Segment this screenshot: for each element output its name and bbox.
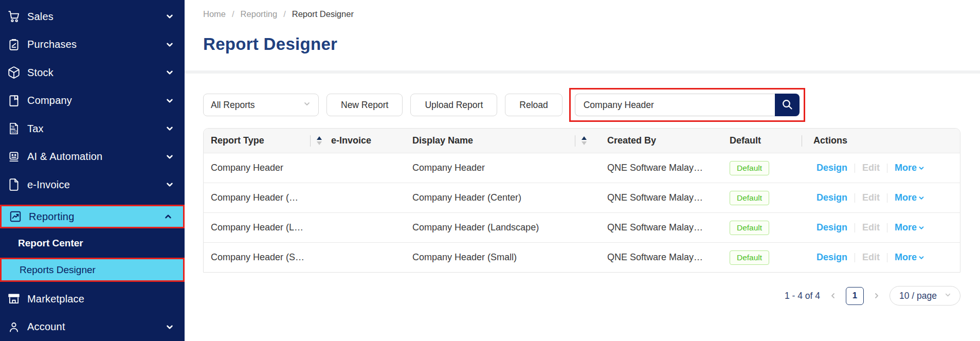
cell-default: Default	[719, 250, 802, 265]
reload-button[interactable]: Reload	[505, 94, 562, 116]
cell-display-name: Company Header	[403, 163, 594, 173]
search-input[interactable]	[575, 94, 775, 116]
cell-actions: Design Edit More	[802, 192, 960, 203]
table-row: Company Header Company Header QNE Softwa…	[204, 153, 960, 183]
report-filter-value: All Reports	[211, 100, 255, 111]
sort-icon[interactable]	[582, 136, 587, 145]
cell-report-type: Company Header (L…	[204, 222, 329, 233]
person-icon	[7, 320, 21, 334]
chevron-down-icon	[944, 291, 952, 301]
sidebar-item-tax[interactable]: %123 Tax	[0, 115, 185, 142]
default-badge: Default	[730, 191, 769, 205]
sidebar-item-label: Marketplace	[27, 293, 177, 305]
sidebar-item-marketplace[interactable]: Marketplace	[0, 285, 185, 313]
sidebar-item-label: Account	[27, 321, 165, 333]
design-link[interactable]: Design	[816, 252, 847, 263]
svg-text:%: %	[11, 125, 14, 129]
cell-default: Default	[719, 161, 802, 175]
next-page-icon[interactable]	[872, 291, 882, 301]
chevron-down-icon	[918, 194, 925, 202]
column-header-e-invoice[interactable]: e-Invoice	[329, 135, 403, 146]
chevron-down-icon	[165, 152, 174, 161]
previous-page-icon[interactable]	[828, 291, 838, 301]
chevron-down-icon	[165, 68, 174, 77]
table-row: Company Header (S… Company Header (Small…	[204, 242, 960, 272]
new-report-button[interactable]: New Report	[326, 94, 403, 116]
page-number-button[interactable]: 1	[846, 287, 864, 305]
design-link[interactable]: Design	[816, 192, 847, 203]
cell-created-by: QNE Software Malay…	[594, 192, 719, 203]
column-divider	[575, 135, 575, 147]
table-header-row: Report Type e-Invoice Display Name Creat…	[204, 129, 960, 153]
sidebar-item-label: e-Invoice	[27, 179, 165, 191]
cell-default: Default	[719, 191, 802, 205]
breadcrumb: Home / Reporting / Report Designer	[203, 9, 980, 19]
sidebar-item-e-invoice[interactable]: e-Invoice	[0, 171, 185, 199]
chevron-down-icon	[918, 165, 925, 172]
cell-created-by: QNE Software Malay…	[594, 252, 719, 263]
report-filter-select[interactable]: All Reports	[203, 94, 319, 116]
cell-actions: Design Edit More	[802, 252, 960, 263]
pagination: 1 - 4 of 4 1 10 / page	[203, 286, 960, 306]
design-link[interactable]: Design	[816, 163, 847, 173]
sidebar-item-stock[interactable]: Stock	[0, 59, 185, 86]
chevron-down-icon	[165, 124, 174, 133]
column-header-report-type[interactable]: Report Type	[204, 135, 329, 147]
default-badge: Default	[730, 221, 769, 235]
column-header-actions: Actions	[802, 135, 960, 146]
sort-icon[interactable]	[317, 136, 322, 145]
sidebar-item-label: Reporting	[29, 211, 164, 223]
sidebar-item-company[interactable]: Company	[0, 86, 185, 114]
table-row: Company Header (L… Company Header (Lands…	[204, 212, 960, 242]
more-link[interactable]: More	[895, 192, 925, 203]
sidebar-item-label: Company	[27, 95, 165, 106]
upload-report-button[interactable]: Upload Report	[410, 94, 497, 116]
sidebar-item-label: Tax	[27, 123, 165, 135]
sidebar-item-label: Report Center	[18, 238, 83, 249]
storefront-icon	[7, 292, 21, 306]
cart-icon	[7, 10, 21, 24]
sidebar-item-account[interactable]: Account	[0, 313, 185, 341]
robot-icon	[7, 150, 21, 164]
sidebar-item-sales[interactable]: Sales	[0, 3, 185, 30]
cell-display-name: Company Header (Landscape)	[403, 222, 594, 233]
breadcrumb-separator: /	[232, 9, 234, 19]
sidebar-item-label: Reports Designer	[20, 264, 96, 276]
design-link[interactable]: Design	[816, 222, 847, 233]
search-annotation-box	[569, 88, 805, 122]
chevron-down-icon	[165, 322, 174, 332]
column-header-created-by: Created By	[594, 135, 719, 146]
sidebar-item-label: Stock	[27, 67, 165, 79]
sidebar-item-label: Purchases	[27, 39, 165, 50]
svg-text:123: 123	[11, 130, 16, 133]
page-size-value: 10 / page	[899, 291, 937, 301]
page-size-select[interactable]: 10 / page	[890, 286, 960, 306]
more-link[interactable]: More	[895, 252, 925, 263]
more-link[interactable]: More	[895, 163, 925, 173]
search-button[interactable]	[775, 94, 800, 116]
sidebar-item-label: AI & Automation	[27, 151, 165, 163]
sidebar-item-reports-designer[interactable]: Reports Designer	[0, 258, 185, 282]
toolbar: All Reports New Report Upload Report Rel…	[203, 88, 960, 122]
chevron-down-icon	[303, 100, 311, 111]
column-header-default: Default	[719, 135, 802, 147]
breadcrumb-reporting[interactable]: Reporting	[241, 9, 278, 19]
sidebar-item-ai-automation[interactable]: AI & Automation	[0, 142, 185, 170]
cell-actions: Design Edit More	[802, 163, 960, 173]
sidebar-item-purchases[interactable]: Purchases	[0, 30, 185, 58]
chart-icon	[8, 210, 22, 224]
default-badge: Default	[730, 250, 769, 265]
chevron-down-icon	[165, 96, 174, 105]
sidebar-item-report-center[interactable]: Report Center	[0, 231, 185, 255]
sidebar-item-reporting[interactable]: Reporting	[0, 205, 185, 228]
reports-table: Report Type e-Invoice Display Name Creat…	[203, 128, 960, 273]
section-divider	[185, 70, 980, 74]
chevron-down-icon	[918, 254, 925, 261]
more-link[interactable]: More	[895, 222, 925, 233]
cube-icon	[7, 66, 21, 80]
book-icon	[7, 94, 21, 107]
chevron-down-icon	[918, 224, 925, 231]
breadcrumb-home[interactable]: Home	[203, 9, 226, 19]
column-header-display-name[interactable]: Display Name	[403, 135, 594, 147]
column-divider	[310, 135, 311, 147]
